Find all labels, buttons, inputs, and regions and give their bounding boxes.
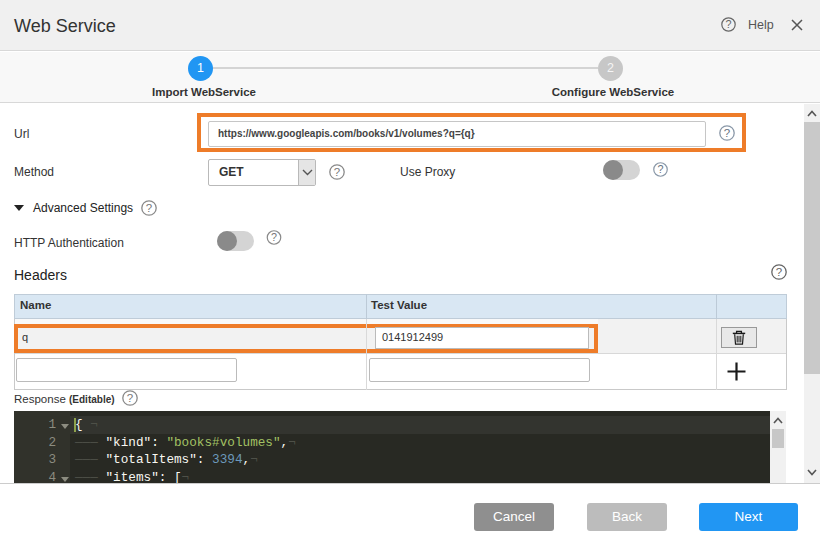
svg-text:?: ? [658, 163, 664, 175]
svg-text:?: ? [146, 202, 152, 214]
svg-text:?: ? [127, 392, 133, 404]
svg-text:?: ? [271, 231, 277, 243]
svg-text:?: ? [334, 166, 340, 178]
svg-text:?: ? [724, 127, 730, 139]
svg-text:?: ? [776, 266, 782, 278]
svg-text:?: ? [725, 18, 731, 30]
